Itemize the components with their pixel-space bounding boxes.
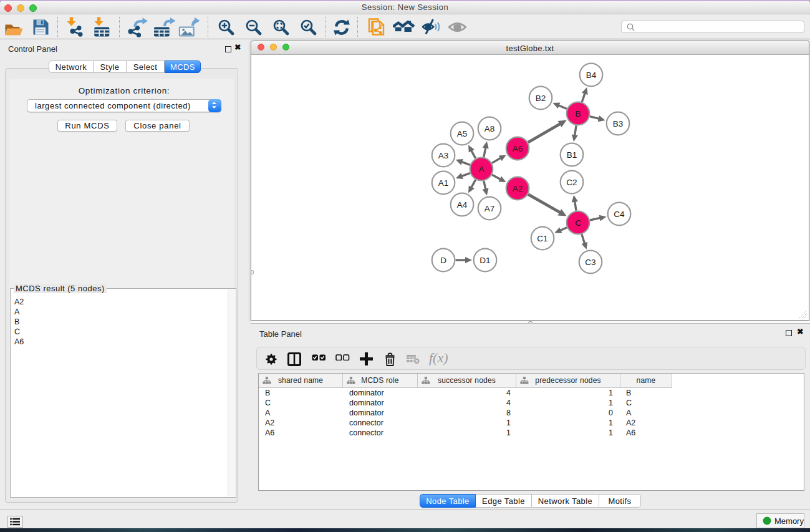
svg-text:A6: A6 xyxy=(513,144,523,153)
svg-text:C1: C1 xyxy=(537,234,547,243)
svg-text:B2: B2 xyxy=(536,94,546,103)
svg-text:A1: A1 xyxy=(438,178,449,188)
svg-text:A3: A3 xyxy=(438,151,449,160)
svg-text:D1: D1 xyxy=(480,256,490,265)
svg-text:C: C xyxy=(575,218,581,228)
svg-text:A: A xyxy=(478,165,484,174)
svg-text:C4: C4 xyxy=(614,210,625,219)
svg-text:A8: A8 xyxy=(485,124,495,133)
svg-text:D: D xyxy=(440,256,446,265)
svg-text:B: B xyxy=(575,109,581,118)
svg-text:C3: C3 xyxy=(585,258,595,267)
svg-text:A7: A7 xyxy=(485,204,495,213)
svg-text:B1: B1 xyxy=(567,150,577,160)
svg-text:B3: B3 xyxy=(613,119,624,128)
svg-text:B4: B4 xyxy=(586,70,597,80)
svg-text:A5: A5 xyxy=(457,129,468,138)
svg-text:C2: C2 xyxy=(566,178,577,187)
svg-text:A4: A4 xyxy=(457,200,468,210)
svg-text:A2: A2 xyxy=(513,184,523,193)
